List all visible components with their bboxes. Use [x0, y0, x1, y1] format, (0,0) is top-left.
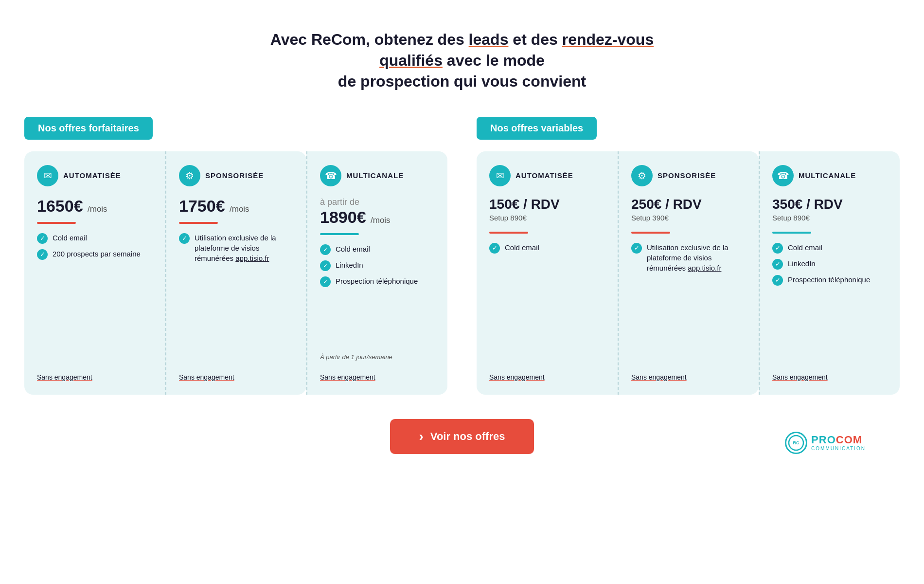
feature-text: Cold email	[788, 242, 822, 253]
feature-item: ✓ Cold email	[772, 242, 887, 254]
feature-text: Cold email	[53, 233, 87, 243]
divider-auto-f	[37, 222, 76, 224]
card-price-sub-multi-v: Setup 890€	[772, 214, 887, 222]
features-spon-v: ✓ Utilisation exclusive de la plateforme…	[631, 242, 746, 358]
card-title-auto-v: AUTOMATISÉE	[515, 171, 573, 180]
section-gap	[447, 117, 477, 395]
feature-item: ✓ Prospection téléphonique	[320, 276, 435, 287]
cta-area: › Voir nos offres RC PROCOM COMMUNICATIO…	[19, 419, 905, 454]
page-title: Avec ReCom, obtenez des leads et des ren…	[243, 29, 681, 92]
features-auto-f: ✓ Cold email ✓ 200 prospects par semaine	[37, 233, 153, 359]
feature-text: Utilisation exclusive de la plateforme d…	[647, 242, 746, 273]
cta-button[interactable]: › Voir nos offres	[390, 419, 534, 454]
variables-cards-row: ✉ AUTOMATISÉE 150€ / RDV Setup 890€ ✓ Co…	[477, 151, 900, 395]
features-multi-f: ✓ Cold email ✓ LinkedIn ✓ Prospection té…	[320, 244, 435, 345]
card-price-spon-f: 1750€ /mois	[179, 197, 294, 215]
cta-label: Voir nos offres	[430, 430, 505, 443]
feature-text: LinkedIn	[788, 258, 816, 269]
phone-icon-multi-f: ☎	[320, 165, 341, 186]
check-icon: ✓	[179, 233, 190, 244]
features-spon-f: ✓ Utilisation exclusive de la plateforme…	[179, 233, 294, 359]
card-price-auto-f: 1650€ /mois	[37, 197, 153, 215]
forfaitaires-cards-row: ✉ AUTOMATISÉE 1650€ /mois ✓ Cold email ✓…	[24, 151, 447, 395]
divider-spon-v	[631, 232, 670, 234]
divider-spon-f	[179, 222, 218, 224]
divider-multi-v	[772, 232, 811, 234]
tisio-link-v[interactable]: app.tisio.fr	[688, 264, 721, 272]
logo-icon: RC	[788, 435, 804, 451]
title-link-rdv: rendez-vous qualifiés	[379, 31, 654, 69]
logo-main: PROCOM	[811, 434, 866, 446]
section-forfaitaires: Nos offres forfaitaires ✉ AUTOMATISÉE 16…	[24, 117, 447, 395]
check-icon: ✓	[37, 233, 48, 244]
feature-item: ✓ LinkedIn	[772, 258, 887, 270]
card-price-auto-v: 150€ / RDV	[489, 197, 605, 212]
feature-text: Cold email	[336, 244, 370, 254]
card-title-spon-f: SPONSORISÉE	[205, 171, 264, 180]
feature-text: Prospection téléphonique	[336, 276, 418, 286]
feature-item: ✓ Utilisation exclusive de la plateforme…	[631, 242, 746, 273]
card-title-spon-v: SPONSORISÉE	[657, 171, 716, 180]
sans-engagement-multi-v: Sans engagement	[772, 367, 887, 381]
card-sponsorisee-variable: ⚙ SPONSORISÉE 250€ / RDV Setup 390€ ✓ Ut…	[618, 151, 759, 395]
title-link-leads: leads	[469, 31, 509, 48]
section-variables: Nos offres variables ✉ AUTOMATISÉE 150€ …	[477, 117, 900, 395]
card-automatisee-variable: ✉ AUTOMATISÉE 150€ / RDV Setup 890€ ✓ Co…	[477, 151, 618, 395]
feature-item: ✓ 200 prospects par semaine	[37, 249, 153, 260]
tisio-link[interactable]: app.tisio.fr	[235, 254, 269, 262]
logo-area: RC PROCOM COMMUNICATION	[785, 432, 866, 454]
card-header-auto-v: ✉ AUTOMATISÉE	[489, 165, 605, 186]
email-icon-auto-v: ✉	[489, 165, 511, 186]
card-price-spon-v: 250€ / RDV	[631, 197, 746, 212]
logo-text: PROCOM COMMUNICATION	[811, 434, 866, 451]
svg-text:RC: RC	[793, 440, 800, 445]
sans-engagement-spon-v: Sans engagement	[631, 367, 746, 381]
divider-auto-v	[489, 232, 528, 234]
feature-text: Utilisation exclusive de la plateforme d…	[195, 233, 294, 263]
feature-item: ✓ Cold email	[320, 244, 435, 255]
card-price-sub-auto-v: Setup 890€	[489, 214, 605, 222]
gear-icon-spon-f: ⚙	[179, 165, 200, 186]
card-header-multi-v: ☎ MULTICANALE	[772, 165, 887, 186]
check-icon: ✓	[772, 243, 783, 254]
features-auto-v: ✓ Cold email	[489, 242, 605, 358]
email-icon-auto-f: ✉	[37, 165, 58, 186]
card-price-sub-spon-v: Setup 390€	[631, 214, 746, 222]
card-price-multi-f: 1890€ /mois	[320, 208, 435, 226]
card-header-spon-v: ⚙ SPONSORISÉE	[631, 165, 746, 186]
check-icon: ✓	[320, 244, 331, 255]
cta-chevron-icon: ›	[419, 429, 424, 444]
card-title-auto-f: AUTOMATISÉE	[63, 171, 121, 180]
feature-item: ✓ Cold email	[37, 233, 153, 244]
sans-engagement-spon-f: Sans engagement	[179, 367, 294, 381]
feature-item: ✓ Cold email	[489, 242, 605, 254]
sans-engagement-auto-f: Sans engagement	[37, 367, 153, 381]
card-sponsorisee-forfaitaire: ⚙ SPONSORISÉE 1750€ /mois ✓ Utilisation …	[165, 151, 306, 395]
feature-item: ✓ LinkedIn	[320, 260, 435, 271]
variables-label: Nos offres variables	[477, 117, 597, 140]
card-price-multi-v: 350€ / RDV	[772, 197, 887, 212]
card-title-multi-v: MULTICANALE	[799, 171, 856, 180]
check-icon: ✓	[37, 249, 48, 260]
sans-engagement-auto-v: Sans engagement	[489, 367, 605, 381]
italic-note-multi-f: À partir de 1 jour/semaine	[320, 353, 435, 361]
card-automatisee-forfaitaire: ✉ AUTOMATISÉE 1650€ /mois ✓ Cold email ✓…	[24, 151, 165, 395]
card-price-label-multi-f: à partir de	[320, 197, 435, 207]
card-header-multi-f: ☎ MULTICANALE	[320, 165, 435, 186]
logo-circle: RC	[785, 432, 807, 454]
card-multicanale-forfaitaire: ☎ MULTICANALE à partir de 1890€ /mois ✓ …	[306, 151, 447, 395]
check-icon: ✓	[772, 259, 783, 270]
feature-text: Cold email	[505, 242, 539, 253]
card-title-multi-f: MULTICANALE	[346, 171, 404, 180]
gear-icon-spon-v: ⚙	[631, 165, 653, 186]
card-header-spon-f: ⚙ SPONSORISÉE	[179, 165, 294, 186]
check-icon: ✓	[320, 260, 331, 271]
phone-icon-multi-v: ☎	[772, 165, 794, 186]
feature-text: Prospection téléphonique	[788, 274, 870, 285]
card-header-auto-f: ✉ AUTOMATISÉE	[37, 165, 153, 186]
check-icon: ✓	[489, 243, 500, 254]
feature-item: ✓ Utilisation exclusive de la plateforme…	[179, 233, 294, 263]
offers-wrapper: Nos offres forfaitaires ✉ AUTOMATISÉE 16…	[24, 117, 900, 395]
title-line2: de prospection qui vous convient	[338, 73, 586, 90]
forfaitaires-label: Nos offres forfaitaires	[24, 117, 153, 140]
